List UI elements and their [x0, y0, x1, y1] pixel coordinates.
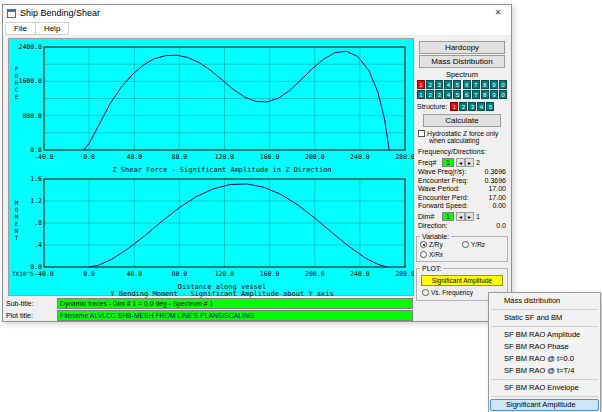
- frequency-directions-header: Frequency/Directions:: [418, 148, 509, 156]
- menu-item-sf-bm-rao-phase[interactable]: SF BM RAO Phase: [489, 341, 600, 353]
- spectrum-2-button-1[interactable]: 1: [417, 90, 425, 99]
- svg-text:200.0: 200.0: [305, 270, 325, 278]
- plot-title-row: Plot title: Filename:ALVLCC.SHB-MESH FRO…: [6, 310, 413, 321]
- spectrum-2-button-2[interactable]: 2: [426, 90, 434, 99]
- hardcopy-button[interactable]: Hardcopy: [419, 41, 505, 54]
- structure-button-1[interactable]: 1: [450, 102, 458, 111]
- spectrum-1-button-6[interactable]: 6: [463, 80, 471, 89]
- structure-button-5[interactable]: 5: [486, 102, 494, 111]
- structure-button-4[interactable]: 4: [477, 102, 485, 111]
- variable-option-y-rz[interactable]: Y/Rz: [462, 241, 504, 248]
- spectrum-1-button-2[interactable]: 2: [426, 80, 434, 89]
- svg-text:800.0: 800.0: [22, 112, 42, 120]
- menu-item-sf-bm-rao-envelope[interactable]: SF BM RAO Envelope: [489, 382, 600, 394]
- menu-item-mass-distribution[interactable]: Mass distribution: [489, 295, 600, 307]
- app-icon: [7, 9, 16, 18]
- menu-item-sf-bm-rao-t-t-4[interactable]: SF BM RAO @ t=T/4: [489, 365, 600, 377]
- structure-button-3[interactable]: 3: [468, 102, 476, 111]
- spectrum-2-button-4[interactable]: 4: [444, 90, 452, 99]
- spectrum-label: Spectrum: [415, 70, 509, 79]
- vs-frequency-radio[interactable]: [422, 289, 429, 296]
- plot-title-field[interactable]: Filename:ALVLCC.SHB-MESH FROM LINE'S PLA…: [57, 310, 413, 321]
- subtitle-label: Sub-title:: [6, 298, 57, 309]
- svg-text:1.2: 1.2: [30, 197, 42, 205]
- variable-options: Z/RyY/RzX/Rx: [420, 241, 504, 258]
- spectrum-2-button-3[interactable]: 3: [435, 90, 443, 99]
- menu-item-sf-bm-rao-t-0-0[interactable]: SF BM RAO @ t=0.0: [489, 353, 600, 365]
- menu-file[interactable]: File: [6, 23, 35, 34]
- dim-spinner: ◄ ►: [456, 212, 474, 221]
- mass-distribution-button[interactable]: Mass Distribution: [419, 55, 505, 68]
- spectrum-2-button-9[interactable]: 9: [490, 90, 498, 99]
- freq-spin-left-icon[interactable]: ◄: [456, 158, 465, 167]
- freq-spin-right-icon[interactable]: ►: [465, 158, 474, 167]
- dim-spin-row: Dim# 1 ◄ ► 1: [418, 212, 509, 222]
- spectrum-2-button-6[interactable]: 6: [463, 90, 471, 99]
- svg-text:0.0: 0.0: [83, 153, 95, 161]
- svg-text:40.0: 40.0: [126, 153, 142, 161]
- svg-text:160.0: 160.0: [260, 153, 280, 161]
- svg-text:0.0: 0.0: [30, 146, 42, 154]
- svg-text:80.0: 80.0: [172, 153, 188, 161]
- param-label: Encounter Perd:: [418, 194, 469, 203]
- param-row: Wave Period:17.00: [415, 185, 509, 194]
- spectrum-1-button-1[interactable]: 1: [417, 80, 425, 89]
- dim-count: 1: [476, 213, 480, 220]
- subtitle-field[interactable]: Dynamic forces - Dim # 1 = 0.0 deg - Spe…: [57, 298, 413, 309]
- spectrum-2-button-5[interactable]: 5: [453, 90, 461, 99]
- field-list: Wave Freq(r/s):0.3696Encounter Freq:0.36…: [415, 168, 509, 211]
- spectrum-1-button-7[interactable]: 7: [472, 80, 480, 89]
- plot-mode-field[interactable]: Significant Amplitude: [421, 275, 503, 286]
- freq-count: 2: [476, 159, 480, 166]
- app-window: Ship Bending/Shear ✕ File Help FORCE -40…: [2, 4, 512, 322]
- menu-item-static-sf-and-bm[interactable]: Static SF and BM: [489, 312, 600, 324]
- dim-spin-right-icon[interactable]: ►: [465, 212, 474, 221]
- spectrum-1-button-5[interactable]: 5: [453, 80, 461, 89]
- spectrum-row-1: 1234567890: [415, 80, 509, 89]
- hydrostatic-checkbox[interactable]: [418, 130, 425, 137]
- spectrum-1-button-0[interactable]: 0: [499, 80, 507, 89]
- radio-label: X/Rx: [429, 251, 443, 258]
- menu-box: File Help: [5, 22, 69, 35]
- menu-item-sf-bm-rao-amplitude[interactable]: SF BM RAO Amplitude: [489, 329, 600, 341]
- direction-value: 0.0: [496, 222, 506, 231]
- svg-text:240.0: 240.0: [350, 270, 370, 278]
- vs-frequency-label: Vs. Frequency: [431, 289, 473, 296]
- variable-option-z-ry[interactable]: Z/Ry: [420, 241, 462, 248]
- dim-spin-left-icon[interactable]: ◄: [456, 212, 465, 221]
- svg-text:80.0: 80.0: [172, 270, 188, 278]
- param-value: 0.3696: [485, 177, 506, 186]
- spectrum-2-button-7[interactable]: 7: [472, 90, 480, 99]
- dim-value: 1: [442, 212, 454, 221]
- menu-separator: [491, 379, 598, 380]
- spectrum-1-button-4[interactable]: 4: [444, 80, 452, 89]
- freq-spinner: ◄ ►: [456, 158, 474, 167]
- spectrum-1-button-8[interactable]: 8: [481, 80, 489, 89]
- menu-separator: [491, 309, 598, 310]
- svg-text:1.6: 1.6: [30, 175, 42, 183]
- menu-item-significant-amplitude[interactable]: Significant Amplitude: [490, 399, 599, 411]
- calculate-button[interactable]: Calculate: [423, 114, 501, 127]
- param-label: Wave Period:: [418, 185, 460, 194]
- spectrum-row-2: 1234567890: [415, 90, 509, 99]
- hydrostatic-label: Hydrostatic Z force only: [427, 130, 498, 137]
- param-value: 0.00: [492, 202, 506, 211]
- param-value: 0.3696: [485, 168, 506, 177]
- spectrum-1-button-9[interactable]: 9: [490, 80, 498, 89]
- spectrum-1-button-3[interactable]: 3: [435, 80, 443, 89]
- param-value: 17.00: [488, 185, 506, 194]
- param-row: Wave Freq(r/s):0.3696: [415, 168, 509, 177]
- freq-spin-row: Freq# 1 ◄ ► 2: [418, 157, 509, 167]
- spectrum-2-button-0[interactable]: 0: [499, 90, 507, 99]
- spectrum-2-button-8[interactable]: 8: [481, 90, 489, 99]
- variable-option-x-rx[interactable]: X/Rx: [420, 251, 462, 258]
- hydrostatic-option[interactable]: Hydrostatic Z force only: [418, 129, 509, 137]
- direction-label: Direction:: [418, 222, 448, 231]
- close-icon[interactable]: ✕: [485, 5, 511, 21]
- menu-help[interactable]: Help: [36, 23, 68, 34]
- titlebar[interactable]: Ship Bending/Shear ✕: [3, 5, 511, 21]
- subtitle-row: Sub-title: Dynamic forces - Dim # 1 = 0.…: [6, 298, 413, 309]
- control-panel: Hardcopy Mass Distribution Spectrum 1234…: [415, 41, 509, 301]
- structure-button-2[interactable]: 2: [459, 102, 467, 111]
- plot-context-menu: Mass distributionStatic SF and BMSF BM R…: [488, 292, 601, 412]
